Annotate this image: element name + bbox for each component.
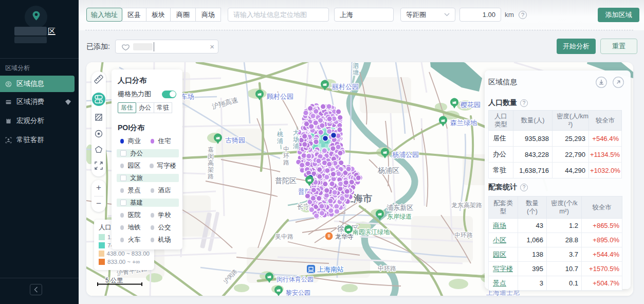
- svg-text:中环路: 中环路: [378, 265, 396, 272]
- svg-text:森兰绿地: 森兰绿地: [450, 119, 477, 127]
- svg-text:丽村公园: 丽村公园: [332, 83, 359, 91]
- svg-text:吴中路: 吴中路: [275, 233, 293, 240]
- svg-text:大: 大: [293, 129, 299, 136]
- svg-text:车场: 车场: [181, 93, 194, 100]
- svg-text:南园滨江绿地: 南园滨江绿地: [353, 228, 390, 236]
- svg-text:泗: 泗: [353, 62, 359, 69]
- svg-text:浦: 浦: [292, 142, 299, 150]
- svg-text:闵: 闵: [208, 153, 214, 160]
- svg-text:樱花园: 樱花园: [460, 101, 481, 109]
- svg-text:场: 场: [292, 136, 299, 143]
- svg-text:闵行体育公园: 闵行体育公园: [277, 276, 314, 283]
- svg-text:高: 高: [208, 159, 214, 167]
- svg-text:杨浦公园: 杨浦公园: [392, 151, 419, 158]
- svg-text:杨浦区: 杨浦区: [377, 166, 399, 174]
- svg-text:黎安公园: 黎安公园: [286, 289, 310, 296]
- svg-text:环: 环: [283, 152, 289, 159]
- svg-text:中环路: 中环路: [454, 231, 473, 239]
- svg-text:塘: 塘: [353, 69, 359, 76]
- svg-text:桃: 桃: [277, 131, 283, 138]
- svg-text:浦东新区: 浦东新区: [387, 204, 413, 211]
- svg-text:架: 架: [208, 166, 214, 173]
- svg-text:浦: 浦: [277, 137, 283, 145]
- svg-text:路: 路: [208, 173, 214, 180]
- svg-text:顾村公园: 顾村公园: [267, 93, 293, 100]
- svg-text:中: 中: [283, 146, 289, 153]
- svg-text:龙华寺: 龙华寺: [335, 233, 354, 240]
- svg-text:嘉: 嘉: [208, 146, 214, 153]
- svg-text:普陀区: 普陀区: [275, 176, 297, 185]
- svg-text:路: 路: [283, 159, 289, 166]
- svg-text:龙东高架路: 龙东高架路: [451, 202, 482, 209]
- svg-text:古猗园: 古猗园: [225, 136, 245, 144]
- svg-text:上海南站: 上海南站: [317, 265, 344, 273]
- svg-text:5 公里: 5 公里: [105, 277, 123, 284]
- svg-text:东岸绿道: 东岸绿道: [387, 213, 412, 220]
